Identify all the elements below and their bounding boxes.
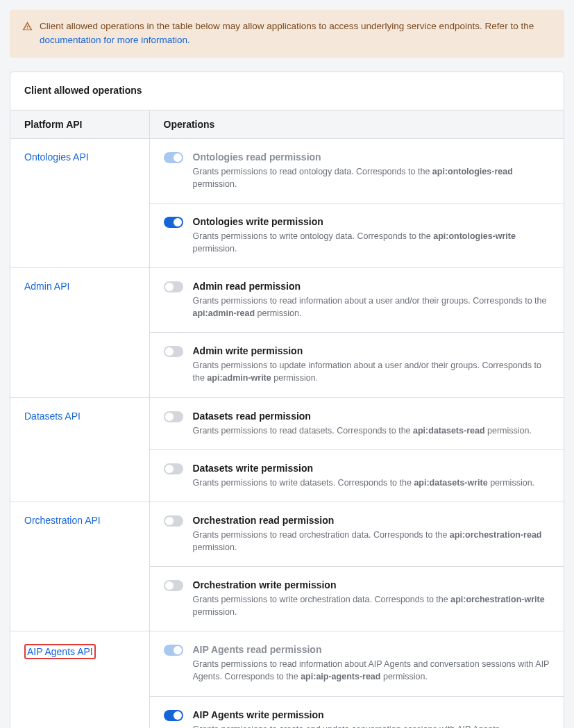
operation-text: AIP Agents write permissionGrants permis…	[193, 709, 550, 729]
api-cell: Orchestration API	[10, 502, 149, 631]
operation-title: Orchestration read permission	[193, 515, 550, 526]
warning-icon	[22, 21, 33, 33]
permission-toggle[interactable]	[164, 281, 183, 292]
permission-code: api:ontologies-write	[433, 231, 516, 241]
operations-table: Platform API Operations Ontologies APIOn…	[10, 110, 564, 729]
desc-pre: Grants permissions to write ontology dat…	[193, 231, 434, 241]
operation-description: Grants permissions to read ontology data…	[193, 165, 550, 190]
desc-post: permission.	[380, 672, 427, 681]
toggle-knob	[174, 154, 182, 162]
operation-text: Datasets read permissionGrants permissio…	[193, 411, 550, 437]
desc-pre: Grants permissions to read orchestration…	[193, 530, 450, 540]
operations-card: Client allowed operations Platform API O…	[10, 72, 564, 729]
operation-description: Grants permissions to read information a…	[193, 658, 550, 683]
permission-toggle[interactable]	[164, 710, 183, 721]
api-link[interactable]: Ontologies API	[24, 151, 89, 163]
api-cell: AIP Agents API	[10, 631, 149, 728]
desc-post: permission.	[193, 179, 237, 189]
permission-toggle[interactable]	[164, 463, 183, 474]
desc-post: permission.	[271, 373, 318, 383]
ops-cell: AIP Agents read permissionGrants permiss…	[149, 631, 564, 728]
toggle-knob	[174, 646, 182, 654]
desc-post: permission.	[193, 607, 237, 617]
ops-cell: Ontologies read permissionGrants permiss…	[149, 138, 564, 268]
operation-title: AIP Agents write permission	[193, 709, 550, 720]
operation-text: Datasets write permissionGrants permissi…	[193, 463, 550, 489]
api-cell: Admin API	[10, 268, 149, 398]
api-link[interactable]: Admin API	[24, 281, 69, 292]
operation-row: AIP Agents write permissionGrants permis…	[150, 697, 564, 729]
permission-toggle[interactable]	[164, 346, 183, 357]
desc-post: permission.	[488, 478, 534, 488]
permission-code: api:admin-read	[193, 308, 255, 318]
operation-description: Grants permissions to write datasets. Co…	[193, 477, 550, 489]
operation-title: Admin write permission	[193, 345, 550, 356]
operation-row: AIP Agents read permissionGrants permiss…	[150, 631, 564, 696]
permission-code: api:ontologies-read	[432, 167, 513, 176]
operation-description: Grants permissions to read datasets. Cor…	[193, 424, 550, 437]
operation-row: Ontologies read permissionGrants permiss…	[150, 139, 564, 204]
desc-pre: Grants permissions to read information a…	[193, 296, 547, 306]
toggle-knob	[165, 517, 174, 525]
table-row: Orchestration APIOrchestration read perm…	[10, 502, 564, 631]
desc-pre: Grants permissions to create and update …	[193, 725, 503, 729]
operation-text: Ontologies read permissionGrants permiss…	[193, 151, 550, 190]
operation-text: Ontologies write permissionGrants permis…	[193, 216, 550, 255]
permission-code: api:datasets-write	[414, 478, 487, 488]
operation-description: Grants permissions to write ontology dat…	[193, 230, 550, 255]
table-row: Datasets APIDatasets read permissionGran…	[10, 397, 564, 502]
operation-row: Datasets read permissionGrants permissio…	[150, 398, 564, 450]
highlight-box: AIP Agents API	[24, 644, 96, 659]
permission-toggle[interactable]	[164, 411, 183, 422]
api-link[interactable]: Orchestration API	[24, 515, 101, 526]
operation-description: Grants permissions to read orchestration…	[193, 529, 550, 554]
card-title: Client allowed operations	[10, 72, 564, 110]
toggle-knob	[174, 711, 182, 720]
operation-text: Admin read permissionGrants permissions …	[193, 281, 550, 320]
toggle-knob	[165, 413, 174, 421]
operation-description: Grants permissions to create and update …	[193, 723, 550, 729]
operation-row: Datasets write permissionGrants permissi…	[150, 450, 564, 502]
operation-row: Admin read permissionGrants permissions …	[150, 268, 564, 333]
ops-cell: Orchestration read permissionGrants perm…	[149, 502, 564, 631]
api-link[interactable]: Datasets API	[24, 411, 81, 422]
operation-title: Datasets read permission	[193, 411, 550, 422]
ops-cell: Datasets read permissionGrants permissio…	[149, 397, 564, 502]
documentation-link[interactable]: documentation for more information.	[40, 35, 190, 45]
operation-title: Datasets write permission	[193, 463, 550, 474]
alert-text: Client allowed operations in the table b…	[40, 19, 552, 48]
permission-code: api:orchestration-read	[450, 530, 542, 540]
operation-title: Ontologies read permission	[193, 151, 550, 163]
operation-title: Admin read permission	[193, 281, 550, 292]
operation-text: Orchestration write permissionGrants per…	[193, 579, 550, 618]
operation-text: Admin write permissionGrants permissions…	[193, 345, 550, 384]
permission-toggle	[164, 152, 183, 163]
permission-code: api:admin-write	[207, 373, 271, 383]
desc-pre: Grants permissions to read ontology data…	[193, 167, 432, 176]
desc-post: permission.	[193, 543, 237, 552]
desc-post: permission.	[485, 426, 532, 436]
permission-code: api:datasets-read	[413, 426, 485, 436]
operation-title: Ontologies write permission	[193, 216, 550, 227]
permission-toggle	[164, 645, 183, 656]
desc-post: permission.	[255, 308, 301, 318]
desc-pre: Grants permissions to write orchestratio…	[193, 595, 451, 604]
permission-toggle[interactable]	[164, 580, 183, 591]
table-row: AIP Agents APIAIP Agents read permission…	[10, 631, 564, 728]
th-ops: Operations	[149, 110, 564, 138]
operation-description: Grants permissions to write orchestratio…	[193, 593, 550, 618]
operation-description: Grants permissions to read information a…	[193, 295, 550, 320]
permission-toggle[interactable]	[164, 217, 183, 228]
operation-row: Ontologies write permissionGrants permis…	[150, 204, 564, 267]
operation-description: Grants permissions to update information…	[193, 359, 550, 384]
api-cell: Datasets API	[10, 397, 149, 502]
warning-alert: Client allowed operations in the table b…	[10, 10, 564, 58]
operation-text: AIP Agents read permissionGrants permiss…	[193, 644, 550, 683]
th-api: Platform API	[10, 110, 149, 138]
ops-cell: Admin read permissionGrants permissions …	[149, 268, 564, 398]
toggle-knob	[165, 347, 174, 356]
operation-row: Admin write permissionGrants permissions…	[150, 333, 564, 397]
api-link[interactable]: AIP Agents API	[27, 646, 93, 657]
permission-toggle[interactable]	[164, 515, 183, 527]
desc-post: permission.	[193, 244, 237, 254]
